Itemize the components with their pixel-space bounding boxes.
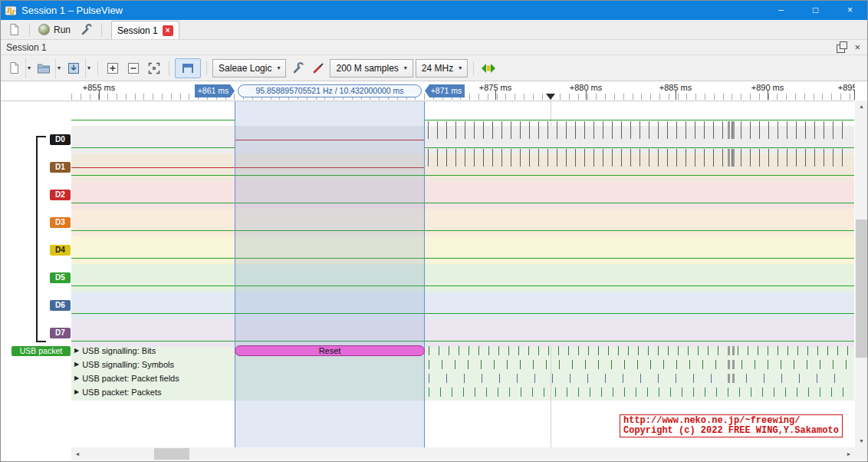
separator — [473, 61, 474, 75]
signal-high-D2 — [71, 175, 854, 176]
channel-row-D6 — [71, 292, 854, 319]
decoder-burst — [728, 360, 730, 369]
signal-high-D5 — [71, 258, 854, 259]
tab-close-icon[interactable]: × — [163, 25, 173, 36]
cursor-region[interactable] — [235, 101, 425, 447]
decoder-burst — [728, 374, 730, 383]
probe-icon — [312, 61, 325, 74]
decoder-row[interactable]: ▶USB signalling: Bits — [74, 345, 156, 356]
channel-label-D3[interactable]: D3 — [50, 217, 71, 228]
window-title: Session 1 – PulseView — [21, 5, 764, 16]
chevron-down-icon[interactable]: ▾ — [55, 58, 62, 78]
session-tab[interactable]: Session 1 × — [111, 21, 179, 39]
device-select-value: Saleae Logic — [219, 63, 271, 74]
close-button[interactable]: × — [833, 1, 867, 20]
scroll-up-icon[interactable]: ▲ — [855, 101, 868, 113]
row-expand-icon[interactable]: ▶ — [74, 373, 79, 384]
signal-high-D0 — [71, 120, 235, 120]
chevron-down-icon[interactable]: ▾ — [85, 58, 92, 78]
ruler-tick — [586, 91, 587, 100]
row-expand-icon[interactable]: ▶ — [74, 359, 79, 370]
add-decoder-button[interactable] — [479, 58, 498, 78]
cursor-flag-left[interactable]: +861 ms — [195, 84, 235, 97]
run-button[interactable]: Run — [35, 21, 74, 38]
show-cursors-toggle[interactable] — [175, 58, 201, 78]
settings-wrench-button[interactable] — [76, 21, 97, 38]
signal-burst — [728, 149, 730, 167]
signal-transitions-D1 — [428, 149, 851, 167]
decoder-annotations — [429, 374, 850, 383]
minimize-button[interactable]: – — [764, 1, 798, 20]
save-icon — [67, 62, 80, 74]
trace-area[interactable]: Reset USB packet http://www.neko.ne.jp/~… — [1, 101, 855, 447]
channel-group-bracket[interactable] — [36, 136, 46, 342]
annotation-reset[interactable]: Reset — [235, 345, 425, 356]
channel-label-D4[interactable]: D4 — [50, 245, 71, 256]
channel-label-D6[interactable]: D6 — [50, 300, 71, 311]
watermark-copyright: Copyright (c) 2022 FREE WING,Y.Sakamoto — [623, 426, 839, 436]
scrollbar-corner — [855, 447, 868, 460]
cursor-flag-right[interactable]: +871 ms — [425, 84, 465, 97]
zoom-in-button[interactable] — [104, 58, 122, 78]
scroll-left-icon[interactable]: ◄ — [71, 447, 84, 460]
vertical-scroll-thumb[interactable] — [856, 219, 867, 358]
titlebar: Session 1 – PulseView – □ × — [1, 1, 867, 20]
wrench-icon — [291, 61, 304, 74]
decoder-annotations — [429, 360, 850, 369]
open-button[interactable] — [35, 58, 53, 78]
dock-titlebar: Session 1 × — [1, 40, 867, 55]
signal-high-D6 — [71, 285, 854, 286]
ruler-tick-label: +895 ms — [838, 83, 855, 92]
channel-label-D0[interactable]: D0 — [50, 134, 71, 145]
signal-high-D0 — [425, 120, 854, 120]
dock-float-icon[interactable] — [837, 45, 845, 53]
signal-transitions-D0 — [428, 121, 851, 139]
trigger-marker-icon[interactable] — [546, 94, 555, 100]
maximize-button[interactable]: □ — [798, 1, 833, 20]
channel-row-D5 — [71, 264, 854, 292]
configure-channels-button[interactable] — [309, 58, 327, 78]
decoder-group-label[interactable]: USB packet — [12, 346, 71, 356]
pulseview-window: Session 1 – PulseView – □ × Run Session … — [0, 0, 868, 462]
ruler-tick — [768, 91, 768, 100]
scroll-down-icon[interactable]: ▼ — [855, 435, 868, 447]
device-select[interactable]: Saleae Logic ▾ — [212, 59, 286, 78]
ruler-tick — [676, 91, 676, 100]
new-session-button[interactable] — [4, 21, 25, 38]
sample-count-select[interactable]: 200 M samples ▾ — [330, 59, 413, 78]
decoder-row[interactable]: ▶USB packet: Packets — [74, 387, 161, 398]
decoder-burst — [732, 374, 735, 383]
vertical-scrollbar[interactable]: ▲ ▼ — [855, 101, 868, 447]
row-expand-icon[interactable]: ▶ — [74, 345, 79, 356]
chevron-down-icon[interactable]: ▾ — [25, 58, 32, 78]
horizontal-scrollbar[interactable]: ◄ ► — [71, 447, 855, 460]
configure-device-button[interactable] — [288, 58, 307, 78]
signal-high-D3 — [71, 203, 854, 203]
decoder-row[interactable]: ▶USB signalling: Symbols — [74, 359, 174, 370]
channel-label-D5[interactable]: D5 — [50, 272, 71, 283]
separator — [97, 61, 98, 75]
cursor-range-readout[interactable]: 95.858895705521 Hz / 10.432000000 ms — [238, 84, 422, 97]
time-ruler[interactable]: +861 ms 95.858895705521 Hz / 10.43200000… — [1, 81, 855, 101]
separator — [206, 61, 207, 75]
new-view-button[interactable] — [5, 58, 23, 78]
channel-label-D2[interactable]: D2 — [50, 190, 71, 200]
sample-rate-select[interactable]: 24 MHz ▾ — [416, 59, 468, 78]
decoder-burst — [728, 346, 730, 355]
zoom-out-button[interactable] — [124, 58, 143, 78]
zoom-fit-button[interactable] — [145, 58, 163, 78]
signal-burst — [732, 149, 735, 167]
chevron-down-icon: ▾ — [404, 64, 407, 71]
channel-label-D7[interactable]: D7 — [50, 328, 71, 338]
row-expand-icon[interactable]: ▶ — [74, 387, 79, 398]
wrench-icon — [80, 23, 93, 36]
ruler-tick — [854, 91, 855, 100]
channel-label-D1[interactable]: D1 — [50, 162, 71, 173]
dock-close-icon[interactable]: × — [854, 40, 860, 54]
watermark-box: http://www.neko.ne.jp/~freewing/ Copyrig… — [620, 414, 843, 437]
scroll-right-icon[interactable]: ► — [843, 447, 855, 460]
horizontal-scroll-thumb[interactable] — [154, 448, 189, 460]
zoom-in-icon — [107, 62, 119, 74]
save-button[interactable] — [64, 58, 83, 78]
decoder-row[interactable]: ▶USB packet: Packet fields — [74, 373, 179, 384]
